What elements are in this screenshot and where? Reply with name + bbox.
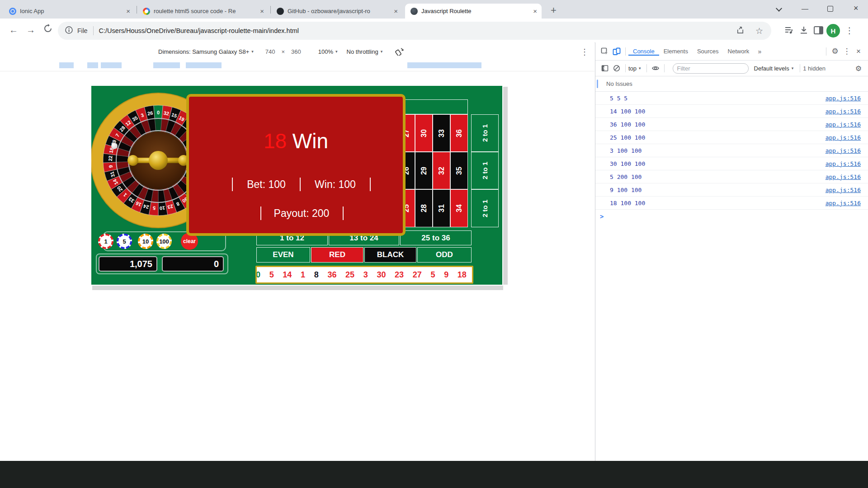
bet-column-cell[interactable]: 2 to 1 (471, 152, 499, 189)
console-log-row: 18 100 100 app.js:516 (595, 197, 868, 210)
bet-outside-cell-even[interactable]: EVEN (256, 247, 310, 263)
forward-icon[interactable]: → (26, 25, 35, 35)
rotate-viewport-icon[interactable] (395, 47, 404, 57)
device-dimensions-label[interactable]: Dimensions: Samsung Galaxy S8+ (158, 48, 249, 55)
media-query-segment[interactable] (407, 62, 481, 68)
device-zoom-select[interactable]: 100% (318, 48, 333, 55)
tab-close-icon[interactable]: × (533, 7, 537, 15)
viewport-width-field[interactable]: 740 (265, 48, 275, 55)
new-tab-button[interactable]: + (551, 5, 557, 16)
bet-outside-cell-odd[interactable]: ODD (417, 247, 472, 263)
window-close-button[interactable]: × (854, 4, 859, 13)
media-query-segment[interactable] (153, 62, 180, 68)
bet-dozen-cell[interactable]: 25 to 36 (400, 230, 472, 245)
svg-text:32: 32 (163, 110, 170, 117)
tab-search-chevron-icon[interactable] (777, 7, 781, 11)
throttling-select[interactable]: No throttling (347, 48, 378, 55)
svg-text:10: 10 (159, 205, 165, 211)
log-source-link[interactable]: app.js:516 (826, 121, 861, 128)
issues-row[interactable]: No Issues (595, 76, 868, 92)
bet-number-cell[interactable]: 34 (450, 189, 468, 227)
console-settings-gear-icon[interactable]: ⚙ (853, 62, 864, 74)
bet-number-cell[interactable]: 33 (433, 114, 450, 152)
tab-separator (270, 6, 271, 14)
console-sidebar-icon[interactable] (599, 62, 611, 74)
media-query-segment[interactable] (186, 62, 222, 68)
bet-column-cell[interactable]: 2 to 1 (471, 189, 499, 227)
chip-10[interactable]: 10 (138, 234, 153, 249)
history-number: 1 (301, 270, 305, 280)
console-context-select[interactable]: top (628, 65, 637, 72)
viewport-height-field[interactable]: 360 (291, 48, 301, 55)
inspect-element-icon[interactable] (599, 46, 611, 57)
zoom-caret-icon: ▾ (335, 49, 338, 54)
media-query-segment[interactable] (101, 62, 122, 68)
log-source-link[interactable]: app.js:516 (826, 134, 861, 141)
bet-number-cell[interactable]: 32 (433, 152, 450, 189)
devtools-close-icon[interactable]: × (853, 46, 864, 57)
window-minimize-button[interactable]: — (802, 5, 808, 12)
devtools-tab-sources[interactable]: Sources (693, 48, 723, 55)
bet-number-cell[interactable]: 31 (433, 189, 450, 227)
log-source-link[interactable]: app.js:516 (826, 147, 861, 154)
history-number: 9 (444, 270, 448, 280)
bet-outside-cell-red[interactable]: RED (311, 247, 363, 263)
bet-number-cell[interactable]: 29 (415, 152, 433, 189)
tab-close-icon[interactable]: × (394, 7, 398, 15)
url-bar[interactable]: File C:/Users/Houss/OneDrive/Bureau/java… (58, 22, 771, 40)
console-log-row: 36 100 100 app.js:516 (595, 118, 868, 131)
console-prompt[interactable]: > (595, 210, 868, 223)
browser-tab[interactable]: Ionic App × (4, 4, 135, 19)
devtools-tab-elements[interactable]: Elements (659, 48, 693, 55)
history-number: 5 (430, 270, 435, 280)
chip-100[interactable]: 100 (156, 234, 172, 249)
media-controls-icon[interactable] (783, 24, 795, 36)
bookmark-star-icon[interactable]: ☆ (755, 26, 763, 36)
log-source-link[interactable]: app.js:516 (826, 174, 861, 180)
log-source-link[interactable]: app.js:516 (826, 160, 861, 167)
browser-tab[interactable]: GitHub - ozboware/javascript-ro × (271, 4, 402, 19)
svg-text:5: 5 (152, 205, 156, 211)
tab-close-icon[interactable]: × (260, 7, 264, 15)
bet-number-cell[interactable]: 36 (450, 114, 468, 152)
devtools-menu-icon[interactable]: ⋮ (841, 46, 853, 57)
tab-close-icon[interactable]: × (126, 7, 130, 15)
back-icon[interactable]: ← (9, 25, 18, 35)
viewport-vertical-scrollbar[interactable] (503, 87, 508, 285)
live-expression-eye-icon[interactable] (650, 62, 661, 74)
log-source-link[interactable]: app.js:516 (826, 95, 861, 102)
devtools-tab-console[interactable]: Console (628, 48, 659, 56)
chip-5[interactable]: 5 (117, 234, 132, 249)
bet-number-cell[interactable]: 30 (415, 114, 433, 152)
console-filter-input[interactable] (673, 63, 749, 74)
downloads-icon[interactable] (798, 24, 810, 36)
media-query-segment[interactable] (87, 62, 98, 68)
page-info-icon[interactable] (65, 26, 73, 36)
devtools-settings-gear-icon[interactable]: ⚙ (829, 46, 841, 57)
browser-menu-icon[interactable]: ⋮ (844, 24, 855, 36)
window-restore-button[interactable] (827, 6, 833, 12)
console-log-row: 3 100 100 app.js:516 (595, 144, 868, 157)
clear-console-icon[interactable] (611, 62, 623, 74)
log-source-link[interactable]: app.js:516 (826, 187, 861, 193)
bet-number-cell[interactable]: 28 (415, 189, 433, 227)
browser-tab[interactable]: Javascript Roulette × (405, 4, 542, 19)
device-toolbar-menu-icon[interactable]: ⋮ (580, 47, 589, 57)
log-source-link[interactable]: app.js:516 (826, 108, 861, 115)
reload-icon[interactable] (43, 24, 52, 35)
bet-column-cell[interactable]: 2 to 1 (471, 114, 499, 152)
viewport-horizontal-scrollbar[interactable] (92, 286, 503, 290)
console-levels-select[interactable]: Default levels (754, 65, 789, 72)
chip-1[interactable]: 1 (98, 234, 113, 249)
media-query-segment[interactable] (59, 62, 74, 68)
profile-avatar[interactable]: H (826, 24, 840, 38)
browser-tab[interactable]: roulette html5 source code - Re × (137, 4, 269, 19)
bet-outside-cell-black[interactable]: BLACK (364, 247, 416, 263)
log-source-link[interactable]: app.js:516 (826, 200, 861, 206)
bet-number-cell[interactable]: 35 (450, 152, 468, 189)
side-panel-icon[interactable] (812, 24, 824, 36)
more-tabs-icon[interactable]: » (754, 46, 765, 57)
devtools-tab-network[interactable]: Network (723, 48, 754, 55)
share-icon[interactable] (736, 26, 745, 36)
toggle-device-toolbar-icon[interactable] (611, 46, 623, 57)
